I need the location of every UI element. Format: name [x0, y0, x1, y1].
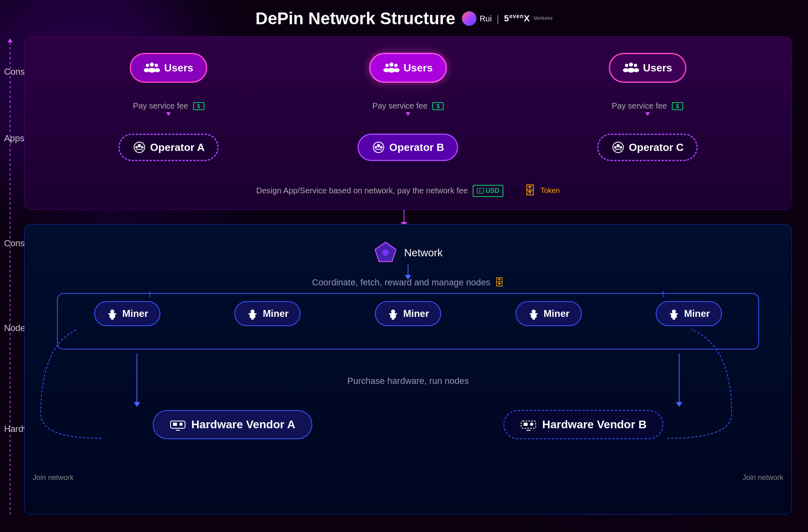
users-icon-2 — [383, 60, 400, 76]
user-group-1: Users — [130, 53, 207, 83]
brand-separator: | — [497, 13, 499, 24]
money-icon-3: $ — [672, 102, 683, 110]
network-label: Network — [404, 247, 442, 259]
sevenx-logo: 5evenX — [504, 13, 530, 24]
sevenx-ventures: Ventures — [533, 16, 552, 21]
svg-rect-53 — [673, 318, 675, 320]
svg-point-33 — [382, 249, 389, 256]
fee-label-1: Pay service fee $ — [133, 101, 204, 111]
svg-point-16 — [634, 64, 637, 67]
fee-label-3: Pay service fee $ — [612, 101, 683, 111]
svg-rect-52 — [670, 313, 678, 314]
users-icon-1 — [144, 60, 160, 76]
fee-row: Pay service fee $ Pay service fee $ Pay … — [49, 101, 767, 116]
svg-rect-61 — [526, 430, 530, 431]
svg-point-8 — [385, 64, 389, 67]
hardware-vendor-a[interactable]: Hardware Vendor A — [153, 410, 312, 439]
svg-point-5 — [154, 68, 160, 72]
svg-point-38 — [250, 310, 255, 314]
miner-1[interactable]: Miner — [94, 301, 160, 326]
svg-point-25 — [380, 146, 383, 149]
svg-point-24 — [375, 146, 377, 149]
label-apps: Apps — [4, 133, 24, 144]
svg-rect-43 — [390, 314, 396, 318]
user-group-3: Users — [609, 53, 686, 83]
svg-rect-41 — [251, 318, 254, 320]
svg-point-17 — [633, 68, 639, 72]
brand-name: Rui — [480, 14, 492, 23]
miner-4[interactable]: Miner — [516, 301, 582, 326]
svg-point-21 — [141, 146, 143, 149]
rui-logo — [462, 11, 476, 26]
hardware-row: Hardware Vendor A Hardware Vendor B — [57, 410, 759, 439]
bottom-panel: Network Coordinate, fetch, reward and ma… — [24, 224, 792, 515]
operator-a-button[interactable]: Operator A — [118, 134, 219, 161]
user-group-2: Users — [369, 53, 447, 83]
users-button-2[interactable]: Users — [369, 53, 447, 83]
users-button-3[interactable]: Users — [609, 53, 686, 83]
operator-b-icon — [372, 140, 385, 154]
svg-point-23 — [377, 144, 380, 147]
top-panel: Users Users — [24, 36, 792, 210]
svg-rect-57 — [176, 430, 180, 431]
network-section: Network — [373, 241, 442, 265]
svg-point-10 — [394, 64, 398, 67]
operator-c-icon — [611, 140, 625, 154]
svg-point-28 — [614, 146, 617, 149]
arrow-right-icon: → — [508, 184, 520, 197]
miner-icon-1 — [106, 308, 118, 320]
fee-label-2: Pay service fee $ — [372, 101, 444, 111]
miner-icon-4 — [528, 308, 540, 320]
svg-rect-59 — [524, 423, 528, 426]
hardware-b-icon — [520, 419, 537, 431]
svg-rect-44 — [389, 313, 397, 314]
usd-box: $ USD — [473, 185, 503, 197]
svg-point-4 — [155, 64, 158, 67]
left-axis — [0, 38, 20, 516]
svg-rect-51 — [671, 314, 677, 318]
brand-badge: Rui | 5evenX Ventures — [462, 11, 552, 26]
operator-row: Operator A Operator B Operator C — [49, 134, 767, 161]
users-button-1[interactable]: Users — [130, 53, 207, 83]
svg-rect-55 — [173, 423, 177, 426]
miner-5[interactable]: Miner — [656, 301, 722, 326]
arrow-2 — [406, 112, 410, 116]
svg-point-27 — [617, 144, 620, 147]
svg-point-11 — [394, 68, 400, 72]
users-icon-3 — [623, 60, 639, 76]
svg-point-46 — [532, 310, 536, 314]
svg-point-56 — [179, 423, 183, 426]
network-to-miners-arrow — [405, 265, 411, 280]
money-icon-1: $ — [193, 102, 204, 110]
svg-rect-40 — [248, 313, 257, 314]
svg-point-3 — [144, 68, 149, 72]
svg-rect-47 — [531, 314, 537, 318]
axis-arrow-up — [8, 38, 13, 42]
usd-icon: $ — [477, 188, 484, 194]
miner-3[interactable]: Miner — [375, 301, 441, 326]
fee-group-2: Pay service fee $ — [372, 101, 444, 116]
svg-point-29 — [620, 146, 622, 149]
miner-2[interactable]: Miner — [234, 301, 301, 326]
users-row: Users Users — [49, 53, 767, 83]
svg-text:$: $ — [479, 189, 481, 193]
purchase-label: Purchase hardware, run nodes — [347, 376, 469, 386]
svg-point-20 — [135, 146, 138, 149]
operator-c-button[interactable]: Operator C — [597, 134, 698, 161]
arrow-to-hardware-b — [676, 354, 682, 407]
svg-rect-45 — [392, 318, 394, 320]
join-network-right: Join network — [743, 473, 783, 482]
axis-line — [10, 42, 11, 516]
main-title-bar: DePin Network Structure Rui | 5evenX Ven… — [255, 9, 552, 28]
design-row: Design App/Service based on network, pay… — [25, 184, 791, 197]
page-title: DePin Network Structure — [255, 9, 455, 28]
svg-rect-35 — [109, 314, 115, 318]
miner-icon-2 — [246, 308, 259, 320]
svg-point-42 — [391, 310, 395, 314]
operator-b-button[interactable]: Operator B — [358, 134, 459, 161]
operator-a-icon — [133, 140, 146, 154]
svg-rect-48 — [530, 313, 538, 314]
hardware-vendor-b[interactable]: Hardware Vendor B — [503, 410, 663, 439]
svg-point-34 — [110, 310, 114, 314]
svg-point-15 — [623, 68, 629, 72]
